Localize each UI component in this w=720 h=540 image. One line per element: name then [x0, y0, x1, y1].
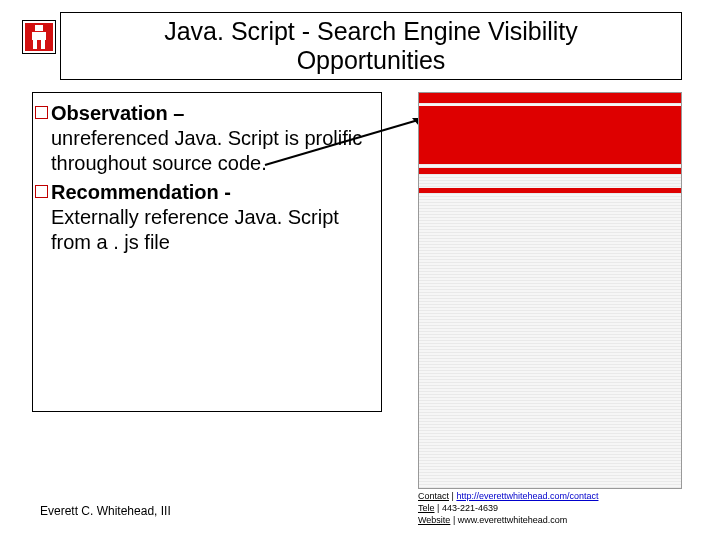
bullet-recommendation: Recommendation - Externally reference Ja… — [51, 180, 369, 255]
logo-icon — [22, 20, 56, 54]
contact-url-link[interactable]: http://everettwhitehead.com/contact — [456, 491, 598, 501]
tele-label: Tele — [418, 503, 435, 513]
bullet-head: Observation – — [51, 101, 369, 126]
website-url: www.everettwhitehead.com — [458, 515, 568, 525]
title-line-1: Java. Script - Search Engine Visibility — [164, 17, 578, 45]
bullet-body: unreferenced Java. Script is prolific th… — [51, 126, 369, 176]
bullet-head: Recommendation - — [51, 180, 369, 205]
bullet-body: Externally reference Java. Script from a… — [51, 205, 369, 255]
content-body: Observation – unreferenced Java. Script … — [32, 92, 382, 412]
slide-title: Java. Script - Search Engine Visibility … — [60, 12, 682, 80]
phone-number: 443-221-4639 — [442, 503, 498, 513]
contact-label: Contact — [418, 491, 449, 501]
source-code-thumbnail — [418, 92, 682, 489]
contact-block: Contact | http://everettwhitehead.com/co… — [418, 490, 598, 526]
author-name: Everett C. Whitehead, III — [40, 504, 171, 518]
title-line-2: Opportunities — [297, 46, 446, 74]
website-label: Website — [418, 515, 450, 525]
bullet-observation: Observation – unreferenced Java. Script … — [51, 101, 369, 176]
